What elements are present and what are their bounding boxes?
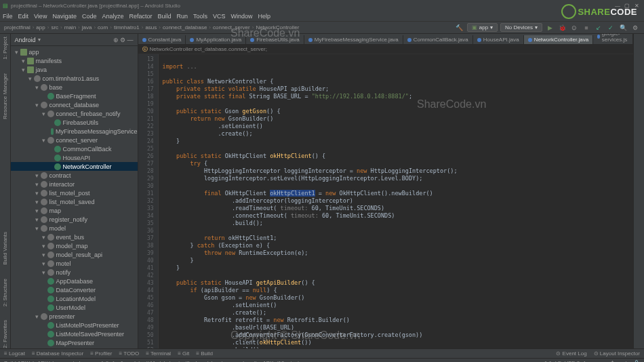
editor-tab[interactable]: CommonCallBack.java <box>403 35 473 44</box>
tree-node[interactable]: ▾model <box>11 224 138 233</box>
editor-tab[interactable]: Constant.java <box>138 35 186 44</box>
editor-tab[interactable]: MyFirebaseMessagingService.java <box>304 35 403 44</box>
code-content[interactable]: import ...public class NetworkController… <box>159 54 634 348</box>
bottom-tab[interactable]: ≡ Git <box>178 350 189 357</box>
tree-node[interactable]: ListMotelPostPresenter <box>11 321 138 329</box>
tree-node[interactable]: HouseAPI <box>11 153 138 162</box>
menu-help[interactable]: Help <box>258 13 271 20</box>
tree-node[interactable]: ▾register_notify <box>11 215 138 224</box>
tree-node[interactable]: ▾connect_firebase_notify <box>11 109 138 118</box>
tree-node[interactable]: ▾list_motel_saved <box>11 197 138 206</box>
menu-vcs[interactable]: VCS <box>213 13 226 20</box>
stop-icon[interactable]: ■ <box>582 23 591 33</box>
project-view-selector[interactable]: Android <box>15 37 36 43</box>
tree-node[interactable]: ▾model_result_api <box>11 250 138 259</box>
structure-tab[interactable]: 2: Structure <box>2 279 8 306</box>
project-panel: Android ▼ ⊕ ⚙ — ▾app▾manifests▾java▾com.… <box>11 34 138 348</box>
device-dropdown[interactable]: No Devices▾ <box>500 23 542 32</box>
window-title: projectfinal – NetworkController.java [p… <box>11 3 180 9</box>
tree-node[interactable]: ▾event_bus <box>11 233 138 241</box>
chevron-down-icon: ▼ <box>37 37 42 42</box>
editor-tab[interactable]: NetworkController.java <box>524 35 593 44</box>
editor-tab[interactable]: FirebaseUtils.java <box>246 35 304 44</box>
editor-tab[interactable]: google-services.js <box>593 34 633 44</box>
minimize-button[interactable]: — <box>613 3 622 9</box>
tree-node[interactable]: ▾motel <box>11 259 138 268</box>
menu-tools[interactable]: Tools <box>193 13 207 20</box>
tree-node[interactable]: ▾base <box>11 83 138 92</box>
tree-node[interactable]: MyFirebaseMessagingService <box>11 127 138 136</box>
menu-view[interactable]: View <box>34 13 47 20</box>
tree-node[interactable]: AppDatabase <box>11 277 138 285</box>
bottom-tab-right[interactable]: ⊙ Layout Inspector <box>594 350 640 357</box>
tree-node[interactable]: UserModel <box>11 303 138 312</box>
bottom-tab[interactable]: ≡ Profiler <box>90 350 112 357</box>
tree-node[interactable]: ▾contract <box>11 171 138 180</box>
tree-node[interactable]: BaseFragment <box>11 92 138 100</box>
left-tool-strip: 1: Project Resource Manager Build Varian… <box>0 34 11 348</box>
right-tool-strip <box>633 34 644 348</box>
menu-navigate[interactable]: Navigate <box>52 13 77 20</box>
tree-node[interactable]: ▾manifests <box>11 56 138 65</box>
profile-icon[interactable]: ⊙ <box>569 23 579 33</box>
tree-node[interactable]: ▾presenter <box>11 312 138 321</box>
vcs-update-icon[interactable]: ↙ <box>594 23 603 33</box>
resource-manager-tab[interactable]: Resource Manager <box>2 73 8 119</box>
menu-build[interactable]: Build <box>157 13 171 20</box>
bottom-tab[interactable]: ≡ Database Inspector <box>32 350 83 357</box>
tree-node[interactable]: ▾app <box>11 47 138 56</box>
vcs-commit-icon[interactable]: ✓ <box>606 23 616 33</box>
tree-node[interactable]: ▾model_map <box>11 241 138 250</box>
favorites-tab[interactable]: 2: Favorites <box>2 320 8 348</box>
menu-window[interactable]: Window <box>231 13 253 20</box>
toolbar: projectfinal›app›src›main›java›com›timnh… <box>0 22 644 34</box>
menu-run[interactable]: Run <box>177 13 188 20</box>
tree-node[interactable]: ▾java <box>11 65 138 74</box>
menu-edit[interactable]: Edit <box>18 13 29 20</box>
tree-node[interactable]: ▾com.timnhatro1.asus <box>11 74 138 83</box>
editor-tabs: Constant.javaMyApplication.javaFirebaseU… <box>138 34 634 45</box>
run-icon[interactable]: ▶ <box>545 23 555 33</box>
project-tree[interactable]: ▾app▾manifests▾java▾com.timnhatro1.asus▾… <box>11 46 138 348</box>
bottom-tab[interactable]: ≡ Terminal <box>146 350 171 357</box>
menu-code[interactable]: Code <box>82 13 97 20</box>
build-variants-tab[interactable]: Build Variants <box>2 232 8 265</box>
tree-node[interactable]: FirebaseUtils <box>11 118 138 127</box>
editor-tab[interactable]: MyApplication.java <box>186 35 246 44</box>
bottom-tab[interactable]: ≡ Logcat <box>4 350 25 357</box>
line-gutter: 1314151617181920212223242526272829303132… <box>138 54 159 348</box>
editor-tab[interactable]: HouseAPI.java <box>473 35 524 44</box>
tree-node[interactable]: ▾notify <box>11 268 138 277</box>
tree-node[interactable]: MapPresenter <box>11 338 138 347</box>
breadcrumb: projectfinal›app›src›main›java›com›timnh… <box>4 24 455 31</box>
menu-analyze[interactable]: Analyze <box>102 13 123 20</box>
tree-node[interactable]: ▾map <box>11 206 138 215</box>
close-button[interactable]: ✕ <box>632 3 641 9</box>
tree-node[interactable]: ListMotelSavedPresenter <box>11 329 138 338</box>
tree-node[interactable]: DataConverter <box>11 285 138 294</box>
project-settings-icon[interactable]: ⊕ ⚙ — <box>113 37 134 43</box>
search-icon[interactable]: 🔍 <box>618 23 628 33</box>
status-bar: Build APK(s): APK(s) generated successfu… <box>0 358 644 362</box>
code-editor[interactable]: 1314151617181920212223242526272829303132… <box>138 54 634 348</box>
tree-node[interactable]: RegisterNotifyPresenter <box>11 347 138 348</box>
tree-node[interactable]: CommonCallBack <box>11 144 138 153</box>
debug-icon[interactable]: 🐞 <box>557 23 567 33</box>
project-tool-tab[interactable]: 1: Project <box>2 37 8 60</box>
build-icon[interactable]: 🔨 <box>455 23 464 33</box>
menu-file[interactable]: File <box>3 13 13 20</box>
run-config-dropdown[interactable]: ▣app▾ <box>467 23 498 32</box>
tree-node[interactable]: ▾list_motel_post <box>11 188 138 197</box>
tree-node[interactable]: LocationModel <box>11 294 138 303</box>
tree-node[interactable]: NetworkController <box>11 162 138 171</box>
settings-icon[interactable]: ⚙ <box>630 23 640 33</box>
bottom-tab[interactable]: ≡ TODO <box>119 350 139 357</box>
bottom-tab[interactable]: ≡ Build <box>196 350 213 357</box>
tree-node[interactable]: ▾connect_server <box>11 136 138 144</box>
tree-node[interactable]: ▾interactor <box>11 180 138 188</box>
window-titlebar: ▤ projectfinal – NetworkController.java … <box>0 0 644 11</box>
bottom-tab-right[interactable]: ⊙ Event Log <box>556 350 586 357</box>
tree-node[interactable]: ▾connect_database <box>11 100 138 109</box>
maximize-button[interactable]: ▢ <box>622 3 632 9</box>
menu-refactor[interactable]: Refactor <box>129 13 152 20</box>
